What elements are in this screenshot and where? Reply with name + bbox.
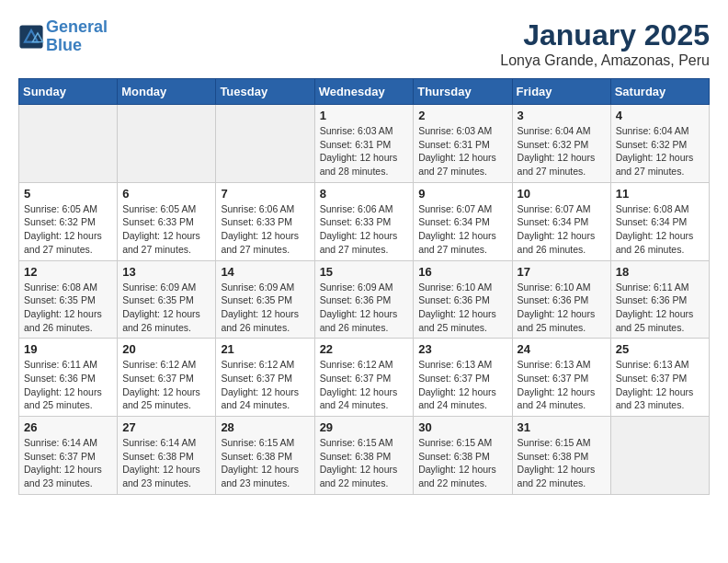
- day-number: 31: [518, 420, 606, 434]
- calendar-cell: 27Sunrise: 6:14 AM Sunset: 6:38 PM Dayli…: [118, 417, 216, 495]
- calendar-cell: 7Sunrise: 6:06 AM Sunset: 6:33 PM Daylig…: [216, 182, 314, 260]
- day-number: 21: [221, 342, 309, 356]
- day-number: 28: [221, 420, 309, 434]
- calendar-cell: 28Sunrise: 6:15 AM Sunset: 6:38 PM Dayli…: [216, 417, 314, 495]
- day-number: 2: [418, 109, 506, 122]
- calendar-cell: 26Sunrise: 6:14 AM Sunset: 6:37 PM Dayli…: [19, 417, 118, 495]
- page-header: General Blue January 2025 Lonya Grande, …: [18, 18, 710, 69]
- day-info: Sunrise: 6:03 AM Sunset: 6:31 PM Dayligh…: [418, 124, 506, 178]
- day-number: 1: [320, 109, 409, 122]
- calendar-subtitle: Lonya Grande, Amazonas, Peru: [500, 52, 710, 69]
- weekday-header-row: SundayMondayTuesdayWednesdayThursdayFrid…: [19, 79, 710, 105]
- day-number: 14: [221, 265, 309, 279]
- day-number: 5: [24, 187, 112, 201]
- day-info: Sunrise: 6:15 AM Sunset: 6:38 PM Dayligh…: [418, 436, 506, 490]
- calendar-cell: 18Sunrise: 6:11 AM Sunset: 6:36 PM Dayli…: [610, 260, 709, 339]
- calendar-cell: 29Sunrise: 6:15 AM Sunset: 6:38 PM Dayli…: [314, 417, 414, 495]
- calendar-title: January 2025: [500, 18, 710, 52]
- day-info: Sunrise: 6:13 AM Sunset: 6:37 PM Dayligh…: [418, 358, 506, 412]
- calendar-cell: 12Sunrise: 6:08 AM Sunset: 6:35 PM Dayli…: [19, 260, 118, 339]
- calendar-cell: 4Sunrise: 6:04 AM Sunset: 6:32 PM Daylig…: [610, 105, 709, 183]
- day-number: 29: [320, 420, 409, 434]
- day-info: Sunrise: 6:15 AM Sunset: 6:38 PM Dayligh…: [320, 436, 409, 490]
- calendar-cell: 5Sunrise: 6:05 AM Sunset: 6:32 PM Daylig…: [19, 182, 118, 260]
- calendar-cell: 14Sunrise: 6:09 AM Sunset: 6:35 PM Dayli…: [216, 260, 314, 339]
- calendar-cell: 3Sunrise: 6:04 AM Sunset: 6:32 PM Daylig…: [512, 105, 610, 183]
- logo-text: General Blue: [46, 18, 108, 55]
- calendar-cell: 2Sunrise: 6:03 AM Sunset: 6:31 PM Daylig…: [414, 105, 512, 183]
- calendar-cell: [19, 105, 118, 183]
- day-info: Sunrise: 6:15 AM Sunset: 6:38 PM Dayligh…: [221, 436, 309, 490]
- title-block: January 2025 Lonya Grande, Amazonas, Per…: [500, 18, 710, 69]
- day-number: 22: [320, 342, 409, 356]
- calendar-week-row: 26Sunrise: 6:14 AM Sunset: 6:37 PM Dayli…: [19, 417, 710, 495]
- day-info: Sunrise: 6:12 AM Sunset: 6:37 PM Dayligh…: [320, 358, 409, 412]
- calendar-cell: 23Sunrise: 6:13 AM Sunset: 6:37 PM Dayli…: [414, 339, 512, 417]
- day-info: Sunrise: 6:06 AM Sunset: 6:33 PM Dayligh…: [320, 202, 409, 257]
- calendar-cell: 11Sunrise: 6:08 AM Sunset: 6:34 PM Dayli…: [610, 182, 709, 260]
- calendar-cell: 17Sunrise: 6:10 AM Sunset: 6:36 PM Dayli…: [512, 260, 610, 339]
- day-number: 19: [24, 342, 112, 356]
- calendar-cell: [216, 105, 314, 183]
- day-info: Sunrise: 6:10 AM Sunset: 6:36 PM Dayligh…: [518, 281, 606, 335]
- day-number: 16: [418, 265, 506, 279]
- day-info: Sunrise: 6:12 AM Sunset: 6:37 PM Dayligh…: [122, 358, 210, 412]
- calendar-cell: 13Sunrise: 6:09 AM Sunset: 6:35 PM Dayli…: [118, 260, 216, 339]
- day-number: 10: [518, 187, 606, 201]
- day-number: 17: [518, 265, 606, 279]
- day-number: 25: [616, 342, 704, 356]
- weekday-header-wednesday: Wednesday: [314, 79, 414, 105]
- day-number: 3: [518, 109, 606, 122]
- day-info: Sunrise: 6:14 AM Sunset: 6:38 PM Dayligh…: [122, 436, 210, 490]
- day-number: 13: [122, 265, 210, 279]
- day-number: 18: [616, 265, 704, 279]
- logo: General Blue: [18, 18, 108, 55]
- day-info: Sunrise: 6:05 AM Sunset: 6:32 PM Dayligh…: [24, 202, 112, 257]
- day-number: 12: [24, 265, 112, 279]
- day-info: Sunrise: 6:07 AM Sunset: 6:34 PM Dayligh…: [518, 202, 606, 257]
- calendar-cell: [610, 417, 709, 495]
- day-info: Sunrise: 6:09 AM Sunset: 6:35 PM Dayligh…: [122, 281, 210, 335]
- calendar-cell: 24Sunrise: 6:13 AM Sunset: 6:37 PM Dayli…: [512, 339, 610, 417]
- weekday-header-tuesday: Tuesday: [216, 79, 314, 105]
- calendar-table: SundayMondayTuesdayWednesdayThursdayFrid…: [18, 78, 710, 495]
- calendar-week-row: 19Sunrise: 6:11 AM Sunset: 6:36 PM Dayli…: [19, 339, 710, 417]
- day-info: Sunrise: 6:14 AM Sunset: 6:37 PM Dayligh…: [24, 436, 112, 490]
- day-number: 6: [122, 187, 210, 201]
- day-number: 24: [518, 342, 606, 356]
- day-number: 8: [320, 187, 409, 201]
- day-number: 9: [418, 187, 506, 201]
- calendar-cell: 16Sunrise: 6:10 AM Sunset: 6:36 PM Dayli…: [414, 260, 512, 339]
- calendar-cell: 8Sunrise: 6:06 AM Sunset: 6:33 PM Daylig…: [314, 182, 414, 260]
- calendar-cell: 15Sunrise: 6:09 AM Sunset: 6:36 PM Dayli…: [314, 260, 414, 339]
- weekday-header-saturday: Saturday: [610, 79, 709, 105]
- day-info: Sunrise: 6:07 AM Sunset: 6:34 PM Dayligh…: [418, 202, 506, 257]
- day-info: Sunrise: 6:11 AM Sunset: 6:36 PM Dayligh…: [616, 281, 704, 335]
- day-info: Sunrise: 6:15 AM Sunset: 6:38 PM Dayligh…: [518, 436, 606, 490]
- day-info: Sunrise: 6:13 AM Sunset: 6:37 PM Dayligh…: [616, 358, 704, 412]
- day-info: Sunrise: 6:11 AM Sunset: 6:36 PM Dayligh…: [24, 358, 112, 412]
- day-info: Sunrise: 6:05 AM Sunset: 6:33 PM Dayligh…: [122, 202, 210, 257]
- day-info: Sunrise: 6:10 AM Sunset: 6:36 PM Dayligh…: [418, 281, 506, 335]
- day-info: Sunrise: 6:12 AM Sunset: 6:37 PM Dayligh…: [221, 358, 309, 412]
- calendar-cell: 22Sunrise: 6:12 AM Sunset: 6:37 PM Dayli…: [314, 339, 414, 417]
- day-info: Sunrise: 6:03 AM Sunset: 6:31 PM Dayligh…: [320, 124, 409, 178]
- calendar-cell: 20Sunrise: 6:12 AM Sunset: 6:37 PM Dayli…: [118, 339, 216, 417]
- day-info: Sunrise: 6:13 AM Sunset: 6:37 PM Dayligh…: [518, 358, 606, 412]
- day-info: Sunrise: 6:08 AM Sunset: 6:34 PM Dayligh…: [616, 202, 704, 257]
- calendar-cell: 30Sunrise: 6:15 AM Sunset: 6:38 PM Dayli…: [414, 417, 512, 495]
- weekday-header-thursday: Thursday: [414, 79, 512, 105]
- day-info: Sunrise: 6:04 AM Sunset: 6:32 PM Dayligh…: [518, 124, 606, 178]
- day-number: 7: [221, 187, 309, 201]
- calendar-cell: 31Sunrise: 6:15 AM Sunset: 6:38 PM Dayli…: [512, 417, 610, 495]
- day-number: 4: [616, 109, 704, 122]
- day-number: 20: [122, 342, 210, 356]
- calendar-cell: 19Sunrise: 6:11 AM Sunset: 6:36 PM Dayli…: [19, 339, 118, 417]
- weekday-header-monday: Monday: [118, 79, 216, 105]
- day-info: Sunrise: 6:04 AM Sunset: 6:32 PM Dayligh…: [616, 124, 704, 178]
- calendar-cell: 10Sunrise: 6:07 AM Sunset: 6:34 PM Dayli…: [512, 182, 610, 260]
- calendar-cell: 6Sunrise: 6:05 AM Sunset: 6:33 PM Daylig…: [118, 182, 216, 260]
- day-info: Sunrise: 6:06 AM Sunset: 6:33 PM Dayligh…: [221, 202, 309, 257]
- calendar-cell: [118, 105, 216, 183]
- day-number: 23: [418, 342, 506, 356]
